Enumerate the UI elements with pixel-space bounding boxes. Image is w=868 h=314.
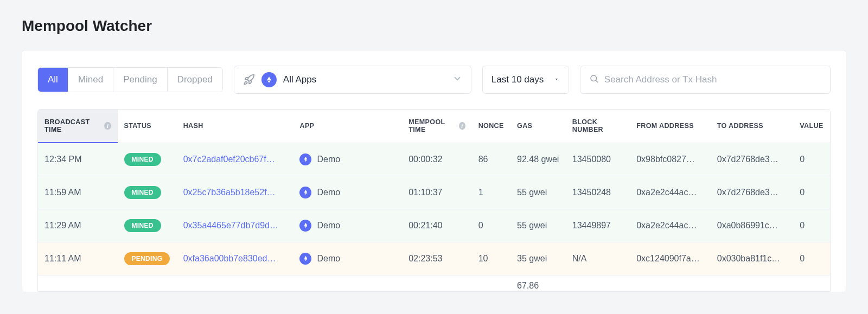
cell-value: 0	[793, 143, 830, 176]
cell-to: 0xa0b86991c…	[711, 209, 794, 242]
cell-block: 13450080	[566, 143, 630, 176]
chevron-down-icon	[452, 74, 462, 86]
apps-dropdown-label: All Apps	[283, 74, 316, 85]
cell-gas: 55 gwei	[510, 209, 566, 242]
app-name: Demo	[317, 155, 340, 164]
date-range-label: Last 10 days	[492, 74, 544, 85]
col-nonce[interactable]: NONCE	[472, 110, 510, 143]
col-status-label: STATUS	[124, 122, 152, 130]
apps-dropdown[interactable]: All Apps	[234, 66, 471, 94]
cell-to: 0x7d2768de3…	[711, 143, 794, 176]
cell-gas: 35 gwei	[510, 242, 566, 275]
cell-block: N/A	[566, 242, 630, 275]
tab-mined[interactable]: Mined	[68, 68, 113, 92]
col-mempool-time[interactable]: MEMPOOL TIME i	[402, 110, 471, 143]
col-from-label: FROM ADDRESS	[636, 122, 694, 130]
cell-gas: 92.48 gwei	[510, 143, 566, 176]
svg-line-1	[596, 80, 597, 82]
table-row[interactable]: 12:34 PMMINED0x7c2adaf0ef20cb67f…Demo00:…	[38, 143, 830, 176]
ethereum-icon	[299, 153, 311, 165]
tab-all[interactable]: All	[38, 68, 68, 92]
cell-status: MINED	[118, 143, 177, 176]
col-broadcast-time-label: BROADCAST TIME	[44, 118, 100, 133]
col-block-number-label: BLOCK NUMBER	[572, 118, 603, 133]
main-card: AllMinedPendingDropped All Apps Last 10 …	[22, 50, 846, 292]
caret-down-icon	[553, 75, 560, 85]
cell-hash: 0x7c2adaf0ef20cb67f…	[177, 143, 293, 176]
cell-hash: 0x35a4465e77db7d9d…	[177, 209, 293, 242]
cell-value: 0	[793, 176, 830, 209]
cell-mempool-time: 01:10:37	[402, 176, 471, 209]
cell-block: 13449897	[566, 209, 630, 242]
tab-dropped[interactable]: Dropped	[168, 68, 222, 92]
col-hash[interactable]: HASH	[177, 110, 293, 143]
cell-broadcast-time: 11:59 AM	[38, 176, 118, 209]
ethereum-icon	[299, 187, 311, 198]
info-icon[interactable]: i	[459, 122, 465, 130]
col-to[interactable]: TO ADDRESS	[711, 110, 794, 143]
search-icon	[589, 74, 599, 86]
date-range-dropdown[interactable]: Last 10 days	[482, 66, 569, 94]
page-title: Mempool Watcher	[22, 17, 846, 35]
cell-app: Demo	[293, 176, 402, 209]
table-row[interactable]: 11:29 AMMINED0x35a4465e77db7d9d…Demo00:2…	[38, 209, 830, 242]
cell-status: PENDING	[118, 242, 177, 275]
col-from[interactable]: FROM ADDRESS	[630, 110, 711, 143]
col-app[interactable]: APP	[293, 110, 402, 143]
cell-broadcast-time: 11:29 AM	[38, 209, 118, 242]
cell-gas: 55 gwei	[510, 176, 566, 209]
table-row[interactable]: 67.86	[38, 275, 830, 291]
ethereum-icon	[299, 253, 311, 265]
cell-mempool-time: 00:21:40	[402, 209, 471, 242]
tx-hash-link[interactable]: 0x7c2adaf0ef20cb67f…	[183, 155, 275, 164]
rocket-icon	[243, 74, 255, 86]
col-value[interactable]: VALUE	[793, 110, 830, 143]
col-hash-label: HASH	[183, 122, 203, 130]
col-status[interactable]: STATUS	[118, 110, 177, 143]
ethereum-icon	[261, 72, 277, 87]
table-row[interactable]: 11:11 AMPENDING0xfa36a00bb7e830ed…Demo02…	[38, 242, 830, 275]
cell-nonce: 1	[472, 176, 510, 209]
col-broadcast-time[interactable]: BROADCAST TIME i	[38, 110, 118, 143]
cell-gas: 67.86	[510, 275, 566, 291]
cell-nonce: 86	[472, 143, 510, 176]
info-icon[interactable]: i	[104, 122, 111, 130]
cell-to: 0x7d2768de3…	[711, 176, 794, 209]
ethereum-icon	[299, 220, 311, 232]
cell-block: 13450248	[566, 176, 630, 209]
app-name: Demo	[317, 221, 340, 230]
cell-broadcast-time: 12:34 PM	[38, 143, 118, 176]
col-block-number[interactable]: BLOCK NUMBER	[566, 110, 630, 143]
search-box[interactable]	[580, 66, 831, 94]
status-badge: MINED	[124, 186, 161, 199]
cell-app: Demo	[293, 143, 402, 176]
tab-pending[interactable]: Pending	[113, 68, 167, 92]
tx-hash-link[interactable]: 0x35a4465e77db7d9d…	[183, 221, 278, 230]
cell-app: Demo	[293, 242, 402, 275]
cell-status: MINED	[118, 209, 177, 242]
cell-hash: 0xfa36a00bb7e830ed…	[177, 242, 293, 275]
tx-hash-link[interactable]: 0x25c7b36a5b18e52f…	[183, 188, 276, 197]
cell-broadcast-time: 11:11 AM	[38, 242, 118, 275]
cell-nonce: 0	[472, 209, 510, 242]
col-to-label: TO ADDRESS	[717, 122, 763, 130]
cell-mempool-time: 02:23:53	[402, 242, 471, 275]
status-tab-group: AllMinedPendingDropped	[37, 67, 223, 92]
status-badge: MINED	[124, 219, 161, 232]
app-name: Demo	[317, 254, 340, 264]
transactions-table-wrap: BROADCAST TIME i STATUS HASH APP MEMPOOL…	[37, 109, 831, 292]
cell-from: 0xa2e2c44ac…	[630, 209, 711, 242]
table-row[interactable]: 11:59 AMMINED0x25c7b36a5b18e52f…Demo01:1…	[38, 176, 830, 209]
cell-app: Demo	[293, 209, 402, 242]
transactions-table: BROADCAST TIME i STATUS HASH APP MEMPOOL…	[38, 110, 830, 291]
status-badge: MINED	[124, 153, 161, 166]
col-value-label: VALUE	[800, 122, 823, 130]
tx-hash-link[interactable]: 0xfa36a00bb7e830ed…	[183, 254, 276, 263]
search-input[interactable]	[604, 74, 821, 85]
cell-hash: 0x25c7b36a5b18e52f…	[177, 176, 293, 209]
cell-from: 0xc124090f7a…	[630, 242, 711, 275]
controls-row: AllMinedPendingDropped All Apps Last 10 …	[22, 66, 846, 109]
cell-to: 0x030ba81f1c…	[711, 242, 794, 275]
col-gas-label: GAS	[517, 122, 532, 130]
col-gas[interactable]: GAS	[510, 110, 566, 143]
